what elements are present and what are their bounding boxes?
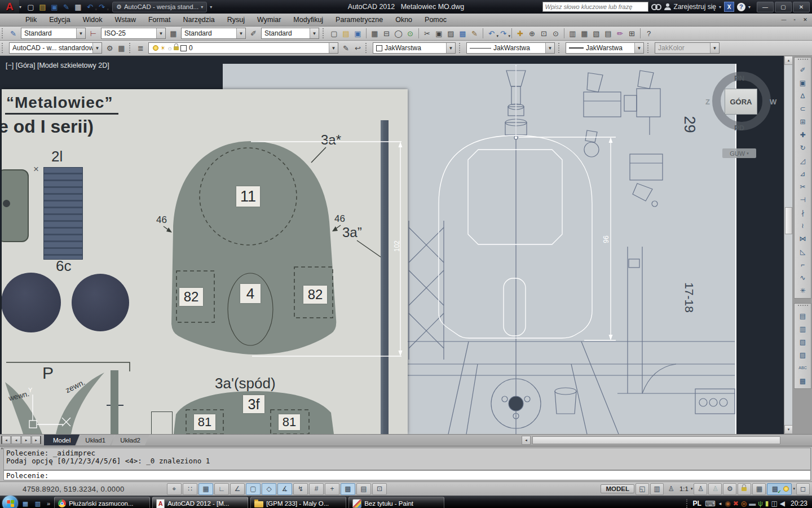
properties-palette-icon[interactable]: ▥ <box>567 28 579 39</box>
bring-to-front-icon[interactable]: ▤ <box>796 309 810 322</box>
switch-windows-icon[interactable]: ▥ <box>33 499 43 508</box>
toolbar-grip[interactable] <box>2 28 6 38</box>
send-to-back-icon[interactable]: ▥ <box>796 322 810 335</box>
mleader-style-icon[interactable]: ✐ <box>248 28 259 39</box>
menu-format[interactable]: Format <box>142 15 177 25</box>
horizontal-scroll-thumb[interactable] <box>532 436 780 444</box>
ortho-mode-icon[interactable]: ∟ <box>214 483 229 495</box>
vertical-scroll-thumb[interactable] <box>785 207 792 234</box>
command-history[interactable]: Polecenie: _aidimprec Podaj opcję [0/1/2… <box>3 448 811 470</box>
doc-minimize-button[interactable]: — <box>779 16 788 24</box>
pan-icon[interactable]: ✚ <box>514 28 526 39</box>
doc-restore-button[interactable]: ▫ <box>790 16 799 24</box>
erase-icon[interactable]: ✐ <box>796 63 810 76</box>
menu-parametryczne[interactable]: Parametryczne <box>329 15 389 25</box>
help-arrow-icon[interactable]: ▾ <box>748 5 751 10</box>
doc-close-button[interactable]: ✕ <box>801 16 810 24</box>
clock[interactable]: 20:23 <box>791 500 807 507</box>
table-style-icon[interactable]: ▦ <box>167 28 179 39</box>
show-hidden-icons-arrow[interactable]: ◂ <box>719 501 722 506</box>
layer-previous-icon[interactable]: ↩ <box>352 43 364 54</box>
redo-icon[interactable]: ↷ <box>497 28 509 39</box>
fillet-icon[interactable]: ⌐ <box>796 258 810 271</box>
minimize-button[interactable]: — <box>757 2 774 12</box>
quick-view-layouts-icon[interactable]: ▥ <box>650 483 664 495</box>
zoom-previous-icon[interactable]: ⊙ <box>550 28 562 39</box>
workspace-dropdown[interactable]: AutoCAD - w... standardowa ▼ <box>9 42 102 54</box>
workspace-gear-icon[interactable]: ⚙ <box>723 483 736 495</box>
infer-constraints-icon[interactable]: ⌖ <box>167 483 182 495</box>
layer-thaw-icon[interactable]: ☀ <box>160 45 166 52</box>
sign-in-button[interactable]: Zarejestruj się <box>674 3 716 11</box>
designcenter-icon[interactable]: ▦ <box>579 28 590 39</box>
open-icon[interactable]: ▤ <box>340 28 352 39</box>
workspace-switcher[interactable]: ⚙ AutoCAD - wersja stand... ▾ <box>112 2 207 12</box>
tray-usb-icon[interactable]: ψ <box>758 500 763 507</box>
object-snap-icon[interactable]: ▢ <box>246 483 261 495</box>
chevron-down-icon[interactable]: ▾ <box>691 487 693 491</box>
break-at-point-icon[interactable]: ∤ <box>796 206 810 219</box>
make-object-layer-current-icon[interactable]: ✎ <box>340 43 352 54</box>
app-menu-arrow-icon[interactable]: ▾ <box>19 5 21 10</box>
isolate-objects-icon[interactable]: ▩✓ <box>769 484 781 494</box>
quickcalc-icon[interactable]: ⊞ <box>626 28 638 39</box>
toolbar-grip[interactable] <box>647 43 651 53</box>
mleader-style-dropdown[interactable]: Standard ▼ <box>261 28 319 39</box>
join-icon[interactable]: ⋈ <box>796 232 810 245</box>
menu-narzedzia[interactable]: Narzędzia <box>177 15 221 25</box>
model-space-button[interactable]: MODEL <box>601 484 634 493</box>
start-button[interactable] <box>2 496 18 508</box>
hscroll-left-button[interactable]: ◂ <box>522 436 531 445</box>
array-icon[interactable]: ⊞ <box>796 115 810 128</box>
layer-unlock-icon[interactable] <box>174 46 179 50</box>
object-visibility-bulb-icon[interactable] <box>783 486 789 492</box>
toolbar-grip[interactable] <box>459 43 463 53</box>
toolbar-grip[interactable] <box>2 43 6 53</box>
selection-cycling-icon[interactable]: ⊡ <box>372 483 387 495</box>
dim-style-dropdown[interactable]: ISO-25 ▼ <box>101 28 166 39</box>
next-tab-button[interactable]: ▸ <box>21 436 31 444</box>
last-tab-button[interactable]: ▸ <box>32 436 41 444</box>
command-window[interactable]: Polecenie: _aidimprec Podaj opcję [0/1/2… <box>0 446 812 481</box>
layer-properties-manager-icon[interactable]: ≣ <box>135 43 147 54</box>
paste-special-icon[interactable]: ▩ <box>457 28 469 39</box>
plot-icon[interactable]: ▦ <box>72 2 84 12</box>
prev-tab-button[interactable]: ◂ <box>11 436 21 444</box>
tray-power-icon[interactable]: ▮ <box>765 500 769 507</box>
viewcube-west[interactable]: Z <box>705 98 710 106</box>
workspace-settings-icon[interactable]: ⚙ <box>104 43 116 54</box>
menu-wymiar[interactable]: Wymiar <box>251 15 287 25</box>
help-icon[interactable]: ? <box>737 3 745 11</box>
bring-text-to-front-icon[interactable]: ABC <box>796 361 810 374</box>
redo-icon[interactable]: ↷ <box>96 2 108 12</box>
paste-icon[interactable]: ▨ <box>445 28 457 39</box>
undo-icon[interactable]: ↶ <box>84 2 96 12</box>
layer-dropdown[interactable]: ☀ ☼ 0 ▼ <box>148 42 338 54</box>
markup-icon[interactable]: ✏ <box>614 28 626 39</box>
vertical-scrollbar[interactable]: ▴ ▾ <box>784 56 793 434</box>
menu-wstaw[interactable]: Wstaw <box>108 15 142 25</box>
save-as-icon[interactable]: ✎ <box>60 2 72 12</box>
annotation-scale-value[interactable]: 1:1 <box>679 485 689 492</box>
workspace-lock-icon[interactable]: ▦ <box>116 43 127 54</box>
menu-rysuj[interactable]: Rysuj <box>221 15 251 25</box>
toolbar-grip[interactable] <box>558 43 562 53</box>
table-style-dropdown[interactable]: Standard ▼ <box>181 28 246 39</box>
lineweight-display-icon[interactable]: + <box>325 483 339 495</box>
viewport-controls-label[interactable]: [−] [Góra] [Model szkieletowy 2D] <box>6 62 109 69</box>
annotation-scale-icon[interactable]: ♙ <box>665 484 677 494</box>
tray-antivirus-icon[interactable]: ✖ <box>733 500 739 507</box>
tool-palettes-icon[interactable]: ▧ <box>590 28 602 39</box>
sign-in-arrow-icon[interactable]: ▾ <box>719 5 721 10</box>
qnew-icon[interactable]: ▢ <box>328 28 340 39</box>
dynamic-ucs-icon[interactable]: ↯ <box>293 483 308 495</box>
layer-on-icon[interactable] <box>153 45 158 51</box>
tray-player-icon[interactable]: ◎ <box>741 500 747 507</box>
tray-volume-icon[interactable]: ◀ <box>780 500 785 507</box>
new-file-icon[interactable]: ▢ <box>25 2 37 12</box>
copy-clip-icon[interactable]: ▣ <box>433 28 445 39</box>
tray-app-1-icon[interactable]: ◉ <box>725 500 730 507</box>
tab-uklad2[interactable]: Układ2 <box>111 435 149 445</box>
help-icon[interactable]: ? <box>643 28 655 39</box>
tab-uklad1[interactable]: Układ1 <box>76 435 114 445</box>
